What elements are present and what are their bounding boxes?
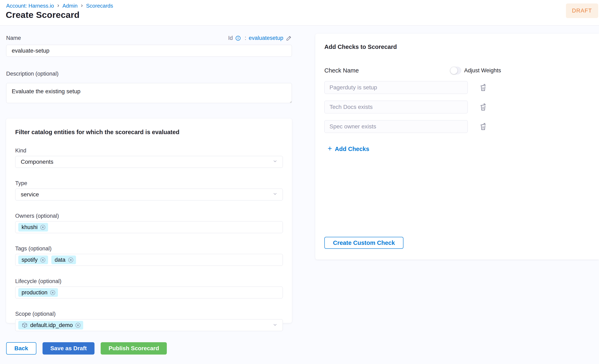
owner-chip-label: khushi — [22, 224, 38, 231]
check-row — [324, 120, 599, 133]
info-icon[interactable] — [235, 35, 241, 41]
back-button[interactable]: Back — [6, 342, 36, 355]
scope-field-group: Scope (optional) default.idp_demo — [15, 311, 283, 331]
filter-card-title: Filter catalog entities for which the sc… — [15, 129, 283, 136]
kind-select[interactable]: Components — [15, 156, 283, 168]
adjust-weights-label: Adjust Weights — [464, 67, 501, 74]
breadcrumb-separator-icon: › — [81, 2, 83, 9]
plus-icon: + — [328, 145, 332, 153]
breadcrumb-separator-icon: › — [57, 2, 59, 9]
lifecycle-input[interactable]: production — [15, 287, 283, 299]
name-input[interactable] — [6, 45, 292, 57]
breadcrumb-scorecards-link[interactable]: Scorecards — [86, 3, 113, 9]
kind-selected-value: Components — [21, 159, 53, 165]
check-name-row: Check Name Adjust Weights — [324, 67, 501, 74]
breadcrumb: Account: Harness.io › Admin › Scorecards — [6, 2, 113, 9]
tags-label: Tags (optional) — [15, 246, 283, 252]
chevron-down-icon — [272, 159, 278, 165]
description-field-wrap: Evaluate the existing setup — [6, 83, 292, 104]
owner-chip: khushi — [18, 223, 48, 231]
form-actions: Back Save as Draft Publish Scorecard — [6, 342, 167, 355]
tags-input[interactable]: spotify data — [15, 254, 283, 266]
publish-scorecard-button[interactable]: Publish Scorecard — [101, 342, 167, 355]
scope-chip-label: default.idp_demo — [30, 322, 73, 328]
breadcrumb-account-link[interactable]: Account: Harness.io — [6, 3, 54, 9]
kind-field-group: Kind Components — [15, 148, 283, 168]
remove-chip-icon[interactable] — [50, 290, 55, 295]
add-checks-label: Add Checks — [335, 146, 369, 152]
type-select[interactable]: service — [15, 189, 283, 201]
check-row — [324, 101, 599, 113]
id-label: Id — [228, 35, 233, 41]
remove-chip-icon[interactable] — [75, 322, 81, 328]
id-separator: : — [245, 35, 246, 41]
tags-field-group: Tags (optional) spotify data — [15, 246, 283, 266]
description-textarea[interactable]: Evaluate the existing setup — [6, 83, 292, 103]
check-name-label: Check Name — [324, 67, 359, 74]
name-label: Name — [6, 35, 21, 41]
remove-chip-icon[interactable] — [40, 257, 46, 263]
breadcrumb-admin-link[interactable]: Admin — [62, 3, 78, 9]
check-name-input[interactable] — [324, 101, 468, 113]
name-id-row: Name Id : evaluatesetup — [6, 35, 292, 41]
description-label: Description (optional) — [6, 71, 59, 77]
delete-check-icon[interactable] — [480, 84, 487, 91]
tag-chip-label: spotify — [22, 257, 38, 263]
lifecycle-chip: production — [18, 288, 58, 297]
name-field-wrap — [6, 45, 292, 57]
page-header: Account: Harness.io › Admin › Scorecards… — [0, 0, 599, 26]
scope-label: Scope (optional) — [15, 311, 283, 317]
add-checks-card: Add Checks to Scorecard Check Name Adjus… — [315, 34, 599, 259]
chevron-down-icon — [272, 322, 278, 328]
page-title: Create Scorecard — [6, 10, 79, 20]
scope-select[interactable]: default.idp_demo — [15, 319, 283, 331]
check-row — [324, 81, 599, 94]
status-badge: DRAFT — [566, 3, 598, 18]
type-label: Type — [15, 180, 283, 186]
remove-chip-icon[interactable] — [68, 257, 74, 263]
type-selected-value: service — [21, 191, 39, 198]
lifecycle-label: Lifecycle (optional) — [15, 278, 283, 284]
kind-label: Kind — [15, 148, 283, 154]
tag-chip-label: data — [55, 257, 66, 263]
scorecard-id-value: evaluatesetup — [249, 35, 283, 41]
remove-chip-icon[interactable] — [40, 224, 46, 230]
filter-card: Filter catalog entities for which the sc… — [6, 118, 292, 323]
edit-icon[interactable] — [286, 35, 292, 41]
type-field-group: Type service — [15, 180, 283, 201]
owners-label: Owners (optional) — [15, 213, 283, 219]
cube-icon — [22, 322, 28, 328]
owners-input[interactable]: khushi — [15, 221, 283, 233]
lifecycle-chip-label: production — [22, 289, 47, 296]
id-row: Id : evaluatesetup — [228, 35, 292, 41]
adjust-weights-toggle[interactable] — [450, 67, 461, 74]
delete-check-icon[interactable] — [480, 103, 487, 111]
tag-chip: data — [51, 256, 76, 264]
scope-chip: default.idp_demo — [18, 321, 83, 329]
adjust-weights-control: Adjust Weights — [450, 67, 501, 74]
create-custom-check-button[interactable]: Create Custom Check — [324, 237, 404, 249]
check-name-input[interactable] — [324, 120, 468, 133]
tag-chip: spotify — [18, 256, 48, 264]
delete-check-icon[interactable] — [480, 123, 487, 130]
check-name-input[interactable] — [324, 81, 468, 94]
owners-field-group: Owners (optional) khushi — [15, 213, 283, 233]
chevron-down-icon — [272, 191, 278, 198]
add-checks-button[interactable]: + Add Checks — [328, 145, 369, 153]
save-as-draft-button[interactable]: Save as Draft — [43, 342, 95, 355]
lifecycle-field-group: Lifecycle (optional) production — [15, 278, 283, 299]
add-checks-title: Add Checks to Scorecard — [324, 44, 599, 50]
toggle-knob — [450, 67, 458, 74]
